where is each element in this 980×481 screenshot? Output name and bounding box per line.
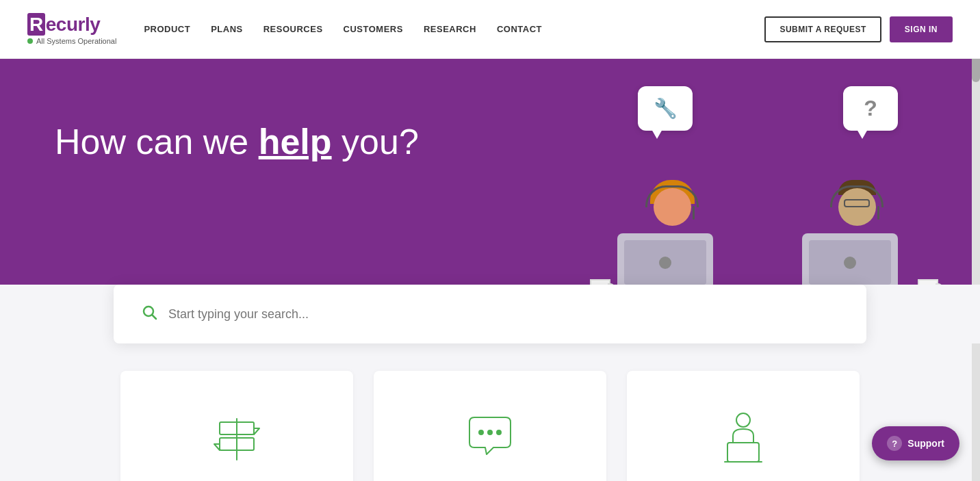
hero-highlight: help <box>259 122 332 161</box>
nav-actions: SUBMIT A REQUEST SIGN IN <box>764 16 953 42</box>
search-container <box>114 285 866 343</box>
wrench-icon: 🔧 <box>654 97 678 120</box>
hero-suffix: you? <box>332 122 419 161</box>
search-section <box>0 285 980 343</box>
search-input[interactable] <box>168 307 839 322</box>
status-indicator: All Systems Operational <box>27 37 116 45</box>
nav-resources[interactable]: RESOURCES <box>263 24 323 34</box>
male-laptop-screen <box>809 240 891 285</box>
nav-contact[interactable]: CONTACT <box>497 24 542 34</box>
logo[interactable]: Recurly <box>27 14 116 36</box>
female-head <box>654 180 691 228</box>
hero-illustration: 🔧 ? <box>597 79 925 312</box>
female-laptop-dot <box>659 257 671 269</box>
card-support-ticket[interactable]: Create a Support Ticket <box>627 371 860 481</box>
svg-line-1 <box>153 315 157 320</box>
svg-rect-9 <box>727 443 759 462</box>
question-mark-icon: ? <box>864 96 877 121</box>
svg-point-7 <box>497 430 501 434</box>
nav-product[interactable]: PRODUCT <box>144 24 190 34</box>
card-product-docs[interactable]: Product Documentation <box>120 371 353 481</box>
female-laptop-screen <box>624 240 706 285</box>
nav-research[interactable]: RESEARCH <box>424 24 476 34</box>
female-laptop <box>617 233 713 291</box>
bubble-question: ? <box>843 86 898 131</box>
logo-area: Recurly All Systems Operational <box>27 14 116 45</box>
hero-heading: How can we help you? <box>55 120 419 163</box>
hero-prefix: How can we <box>55 122 259 161</box>
bubble-wrench: 🔧 <box>638 86 693 131</box>
nav-customers[interactable]: CUSTOMERS <box>344 24 403 34</box>
cards-section: Product Documentation Developer <box>0 343 980 481</box>
signpost-icon <box>206 405 268 467</box>
nav-links: PRODUCT PLANS RESOURCES CUSTOMERS RESEAR… <box>144 24 764 34</box>
status-dot <box>27 38 33 44</box>
svg-point-6 <box>488 430 492 434</box>
female-headset-mic <box>693 206 695 220</box>
search-icon <box>141 304 157 324</box>
signin-button[interactable]: SIGN IN <box>890 16 953 42</box>
status-text: All Systems Operational <box>36 37 116 45</box>
agent-male <box>802 180 912 298</box>
navbar: Recurly All Systems Operational PRODUCT … <box>0 0 980 59</box>
nav-plans[interactable]: PLANS <box>211 24 243 34</box>
card-developer[interactable]: Developer <box>374 371 606 481</box>
chat-icon <box>459 405 521 467</box>
male-headset-mic <box>877 206 879 220</box>
support-fab-button[interactable]: ? Support <box>872 426 959 460</box>
male-laptop <box>802 233 898 291</box>
svg-point-5 <box>479 430 483 434</box>
support-fab-label: Support <box>907 438 944 449</box>
svg-point-8 <box>736 413 750 427</box>
submit-request-button[interactable]: SUBMIT A REQUEST <box>764 16 881 42</box>
male-laptop-dot <box>844 257 856 269</box>
support-circle-icon: ? <box>887 436 902 451</box>
laptop-person-icon <box>712 405 774 467</box>
scrollbar[interactable] <box>972 0 980 481</box>
male-head <box>838 180 876 228</box>
agent-female <box>617 180 727 298</box>
